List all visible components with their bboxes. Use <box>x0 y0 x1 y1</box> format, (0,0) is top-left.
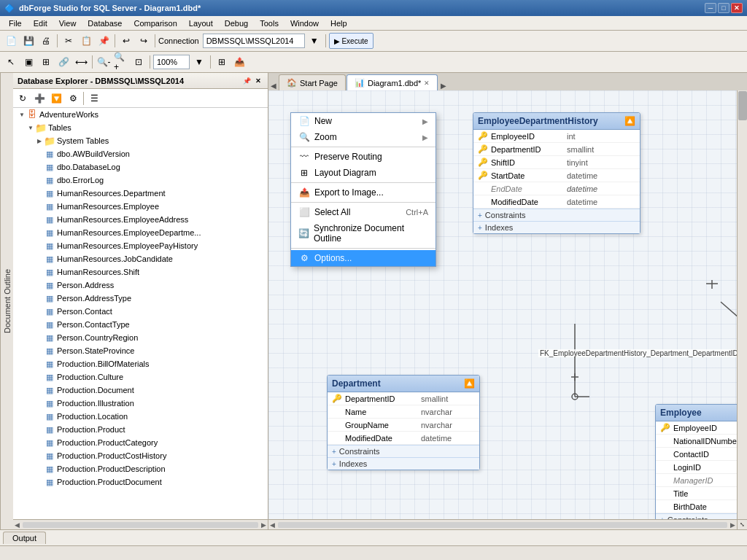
emp-footer-constraints[interactable]: + Constraints <box>656 513 747 519</box>
explorer-view[interactable]: ☰ <box>86 90 102 106</box>
tab-nav-left[interactable]: ◀ <box>268 81 279 90</box>
menu-window[interactable]: Window <box>285 18 325 29</box>
tree-item-hrpayhistory[interactable]: ▦HumanResources.EmployeePayHistory <box>13 239 268 252</box>
dept-footer-indexes[interactable]: + Indexes <box>328 457 479 470</box>
hscroll-right[interactable]: ▶ <box>260 521 268 529</box>
minimize-button[interactable]: ─ <box>705 3 716 13</box>
dept-expand-indexes[interactable]: + <box>332 460 336 468</box>
edh-close[interactable]: 🔼 <box>624 116 635 126</box>
explorer-hscroll[interactable]: ◀ ▶ <box>13 519 268 529</box>
menu-view[interactable]: View <box>53 18 82 29</box>
tree-item-hrdept[interactable]: ▦HumanResources.Department <box>13 187 268 200</box>
document-outline-tab[interactable]: Document Outline <box>0 73 13 529</box>
tab-start-page[interactable]: 🏠 Start Page <box>279 74 346 90</box>
menu-help[interactable]: Help <box>325 18 353 29</box>
diagram-hscroll[interactable]: ◀ ▶ ⤡ <box>268 519 747 529</box>
tree-item-awbuild[interactable]: ▦dbo.AWBuildVersion <box>13 147 268 160</box>
diagram-fit[interactable]: ⊡ <box>131 54 147 70</box>
diagram-export[interactable]: 📤 <box>231 54 247 70</box>
toolbar-btn-cut[interactable]: ✂ <box>61 33 77 49</box>
tree-item-prodloc[interactable]: ▦Production.Location <box>13 410 268 423</box>
tree-item-tables[interactable]: ▼ 📁 Tables <box>13 121 268 134</box>
explorer-pin[interactable]: 📌 <box>241 76 252 86</box>
tab-nav-right[interactable]: ▶ <box>438 81 449 90</box>
tree-item-prodcost[interactable]: ▦Production.ProductCostHistory <box>13 449 268 462</box>
diagram-btn5[interactable]: ⟷ <box>73 54 89 70</box>
menu-edit[interactable]: Edit <box>28 18 53 29</box>
edh-footer-indexes[interactable]: + Indexes <box>473 221 640 233</box>
diagram-btn4[interactable]: 🔗 <box>55 54 71 70</box>
tree-item-prodillus[interactable]: ▦Production.Illustration <box>13 397 268 410</box>
tree-item-hrjob[interactable]: ▦HumanResources.JobCandidate <box>13 252 268 265</box>
toolbar-btn-undo[interactable]: ↩ <box>118 33 134 49</box>
toolbar-btn-copy[interactable]: 📋 <box>78 33 94 49</box>
cm-export[interactable]: 📤 Export to Image... <box>291 184 436 201</box>
toolbar-btn-1[interactable]: 📄 <box>3 33 19 49</box>
tab-diagram1[interactable]: 📊 Diagram1.dbd* ✕ <box>347 74 438 90</box>
diagram-zoom-out[interactable]: 🔍- <box>96 54 112 70</box>
connection-dropdown[interactable]: ▼ <box>306 33 322 49</box>
diagram-canvas[interactable]: FK_EmployeeDepartmentHistory_Department_… <box>268 90 747 519</box>
output-tab[interactable]: Output <box>3 532 46 544</box>
edh-footer-constraints[interactable]: + Constraints <box>473 209 640 221</box>
tree-item-errorlog[interactable]: ▦dbo.ErrorLog <box>13 174 268 187</box>
cm-options[interactable]: ⚙ Options... <box>291 250 436 266</box>
edh-header[interactable]: EmployeeDepartmentHistory 🔼 <box>473 113 640 130</box>
tree-item-personcountry[interactable]: ▦Person.CountryRegion <box>13 331 268 344</box>
toolbar-btn-2[interactable]: 💾 <box>20 33 36 49</box>
explorer-filter[interactable]: 🔽 <box>48 90 64 106</box>
zoom-input[interactable] <box>153 55 190 69</box>
hscroll-right-diag[interactable]: ▶ <box>729 521 737 529</box>
toolbar-btn-paste[interactable]: 📌 <box>96 33 112 49</box>
tree-item-dblog[interactable]: ▦dbo.DatabaseLog <box>13 160 268 174</box>
explorer-close[interactable]: ✕ <box>253 76 263 86</box>
diagram-select[interactable]: ↖ <box>3 54 19 70</box>
menu-file[interactable]: File <box>3 18 28 29</box>
tree-item-prodcat[interactable]: ▦Production.ProductCategory <box>13 436 268 449</box>
menu-comparison[interactable]: Comparison <box>128 18 182 29</box>
cm-zoom[interactable]: 🔍 Zoom ▶ <box>291 129 436 145</box>
edh-expand-indexes[interactable]: + <box>478 224 482 232</box>
toolbar-btn-3[interactable]: 🖨 <box>38 33 54 49</box>
tree-item-adventureworks[interactable]: ▼ 🗄 AdventureWorks <box>13 108 268 121</box>
explorer-new[interactable]: ➕ <box>31 90 47 106</box>
cm-select-all[interactable]: ⬜ Select All Ctrl+A <box>291 204 436 220</box>
tree-item-prodbom[interactable]: ▦Production.BillOfMaterials <box>13 357 268 370</box>
diagram-btn2[interactable]: ▣ <box>20 54 36 70</box>
cm-preserve-routing[interactable]: 〰 Preserve Routing <box>291 149 436 165</box>
vscroll-thumb[interactable] <box>738 91 747 120</box>
tree-item-hrshift[interactable]: ▦HumanResources.Shift <box>13 265 268 279</box>
hscroll-left[interactable]: ◀ <box>13 521 21 529</box>
emp-expand-constraints[interactable]: + <box>660 516 665 520</box>
tab-diagram-close[interactable]: ✕ <box>424 79 430 87</box>
cm-layout-diagram[interactable]: ⊞ Layout Diagram <box>291 165 436 181</box>
menu-database[interactable]: Database <box>82 18 128 29</box>
menu-debug[interactable]: Debug <box>219 18 254 29</box>
zoom-to-fit-corner[interactable]: ⤡ <box>737 520 747 530</box>
dept-close[interactable]: 🔼 <box>464 378 475 389</box>
dept-header[interactable]: Department 🔼 <box>328 376 479 392</box>
connection-input[interactable] <box>203 34 305 48</box>
tree-item-prodprod[interactable]: ▦Production.Product <box>13 423 268 436</box>
cm-new[interactable]: 📄 New ▶ <box>291 113 436 129</box>
tree-item-personstate[interactable]: ▦Person.StateProvince <box>13 344 268 357</box>
close-button[interactable]: ✕ <box>731 3 743 13</box>
tree-item-proddocument[interactable]: ▦Production.ProductDocument <box>13 475 268 489</box>
tree-item-personaddrtype[interactable]: ▦Person.AddressType <box>13 292 268 305</box>
edh-expand-constraints[interactable]: + <box>478 211 482 219</box>
explorer-refresh[interactable]: ↻ <box>15 90 31 106</box>
tree-item-hremp[interactable]: ▦HumanResources.Employee <box>13 200 268 213</box>
dept-footer-constraints[interactable]: + Constraints <box>328 445 479 457</box>
explorer-settings[interactable]: ⚙ <box>65 90 81 106</box>
maximize-button[interactable]: □ <box>718 3 729 13</box>
tree-item-personcontacttype[interactable]: ▦Person.ContactType <box>13 318 268 331</box>
tree-item-proddoc[interactable]: ▦Production.Document <box>13 384 268 397</box>
diagram-vscroll[interactable] <box>737 90 747 519</box>
diagram-layout[interactable]: ⊞ <box>214 54 230 70</box>
dept-expand-constraints[interactable]: + <box>332 448 336 456</box>
tree-item-system-tables[interactable]: ▶ 📁 System Tables <box>13 134 268 147</box>
toolbar-btn-redo[interactable]: ↪ <box>136 33 152 49</box>
diagram-btn3[interactable]: ⊞ <box>38 54 54 70</box>
hscroll-left-diag[interactable]: ◀ <box>268 521 276 529</box>
tree-item-prodculture[interactable]: ▦Production.Culture <box>13 370 268 384</box>
